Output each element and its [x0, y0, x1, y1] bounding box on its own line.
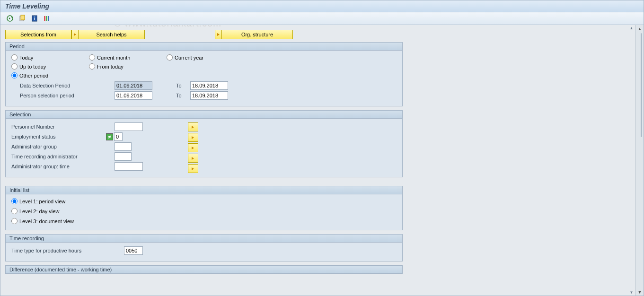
multi-select-personnel-number[interactable] — [188, 122, 198, 131]
radio-level3[interactable]: Level 3: document view — [11, 218, 398, 224]
radio-current-month-input[interactable] — [89, 54, 95, 61]
difference-group: Difference (documented time - working ti… — [5, 265, 403, 274]
scroll-down-icon[interactable]: ▼ — [630, 290, 634, 295]
multi-select-time-rec-admin[interactable] — [188, 154, 198, 163]
content: Selections from Search helps Org. struct… — [0, 25, 627, 296]
scrollbar-down-icon[interactable]: ▼ — [636, 288, 644, 296]
admin-group-time-label: Administrator group: time — [11, 164, 115, 169]
admin-group-label: Administrator group — [11, 144, 115, 149]
page-title: Time Leveling — [5, 2, 49, 10]
time-rec-admin-label: Time recording administrator — [11, 154, 115, 159]
arrow-right-icon — [191, 125, 195, 130]
main-area: © www.tutorialkart.com Selections from S… — [0, 25, 644, 296]
radio-level2[interactable]: Level 2: day view — [11, 208, 398, 214]
radio-up-to-today-input[interactable] — [11, 63, 18, 70]
scrollbar-thumb[interactable] — [641, 33, 642, 137]
person-selection-label: Person selection period — [20, 93, 115, 98]
scroll-up-icon[interactable]: ▲ — [630, 26, 634, 30]
admin-group-time-input[interactable] — [115, 162, 143, 171]
info-icon[interactable]: i — [30, 14, 39, 23]
time-type-input[interactable] — [124, 246, 143, 255]
arrow-right-icon — [191, 156, 195, 161]
time-recording-group: Time recording Time type for productive … — [5, 234, 403, 261]
app-window: Time Leveling i © www.tutorialkart.com S… — [0, 0, 644, 296]
bars-icon[interactable] — [42, 14, 52, 23]
radio-current-year[interactable]: Current year — [167, 54, 203, 61]
selections-from-label: Selections from — [8, 32, 69, 37]
svg-rect-8 — [48, 16, 49, 21]
radio-level3-label: Level 3: document view — [19, 218, 74, 224]
data-selection-from-input[interactable] — [115, 81, 152, 90]
svg-rect-6 — [44, 16, 45, 21]
arrow-right-icon — [191, 146, 195, 150]
svg-text:i: i — [34, 16, 35, 21]
multi-select-admin-group-time[interactable] — [188, 164, 198, 173]
radio-from-today[interactable]: From today — [89, 63, 124, 70]
svg-point-1 — [11, 17, 12, 17]
not-equal-icon[interactable]: ≠ — [106, 133, 113, 140]
radio-current-year-input[interactable] — [167, 54, 173, 61]
radio-today-label: Today — [19, 55, 33, 61]
svg-rect-7 — [46, 16, 47, 21]
radio-level2-label: Level 2: day view — [19, 209, 59, 214]
scrollbar[interactable]: ▲ ▼ — [635, 25, 644, 296]
search-helps-button[interactable]: Search helps — [79, 30, 145, 39]
period-group: Period Today Current month C — [5, 42, 403, 106]
radio-current-month[interactable]: Current month — [89, 54, 150, 61]
selection-title: Selection — [6, 111, 402, 119]
period-title: Period — [6, 43, 402, 51]
employment-status-input[interactable] — [114, 132, 123, 141]
variant-icon[interactable] — [18, 14, 27, 23]
toolbar: i — [0, 12, 644, 25]
org-structure-label: Org. structure — [224, 32, 291, 37]
org-structure-arrow[interactable] — [215, 30, 222, 39]
radio-level1-label: Level 1: period view — [19, 199, 65, 204]
org-structure-button[interactable]: Org. structure — [222, 30, 293, 39]
selection-arrows-column — [188, 122, 198, 174]
arrow-right-icon — [216, 32, 221, 37]
to-label-2: To — [176, 93, 190, 98]
action-row: Selections from Search helps Org. struct… — [5, 30, 627, 39]
initial-list-group: Initial list Level 1: period view Level … — [5, 186, 403, 230]
radio-level2-input[interactable] — [11, 208, 18, 214]
radio-up-to-today[interactable]: Up to today — [11, 63, 73, 70]
person-selection-to-input[interactable] — [190, 91, 228, 100]
person-selection-from-input[interactable] — [115, 91, 152, 100]
radio-from-today-label: From today — [97, 64, 124, 70]
time-recording-title: Time recording — [6, 235, 402, 243]
radio-level1[interactable]: Level 1: period view — [11, 198, 398, 204]
radio-level1-input[interactable] — [11, 198, 18, 204]
radio-other-period-input[interactable] — [11, 72, 18, 78]
time-rec-admin-input[interactable] — [115, 152, 132, 161]
radio-current-month-label: Current month — [97, 55, 130, 61]
selection-group: Selection Personnel Number Employment st… — [5, 110, 403, 177]
radio-today-input[interactable] — [11, 54, 18, 61]
radio-from-today-input[interactable] — [89, 63, 95, 70]
inner-scroll-indicators: ▲ ▼ — [627, 25, 635, 296]
search-helps-label: Search helps — [80, 32, 142, 37]
radio-level3-input[interactable] — [11, 218, 18, 224]
execute-icon[interactable] — [5, 14, 15, 23]
data-selection-label: Data Selection Period — [20, 83, 115, 88]
selections-from-button[interactable]: Selections from — [5, 30, 71, 39]
to-label-1: To — [176, 83, 190, 88]
admin-group-input[interactable] — [115, 142, 132, 151]
personnel-number-input[interactable] — [115, 122, 143, 131]
selections-from-arrow[interactable] — [71, 30, 79, 39]
personnel-number-label: Personnel Number — [11, 124, 115, 130]
time-type-label: Time type for productive hours — [11, 248, 124, 253]
radio-other-period[interactable]: Other period — [11, 72, 398, 78]
title-bar: Time Leveling — [0, 0, 644, 12]
radio-current-year-label: Current year — [175, 55, 203, 61]
difference-title: Difference (documented time - working ti… — [6, 266, 402, 274]
arrow-right-icon — [191, 166, 195, 171]
scrollbar-up-icon[interactable]: ▲ — [636, 25, 644, 32]
multi-select-employment-status[interactable] — [188, 133, 198, 142]
arrow-right-icon — [191, 135, 195, 140]
data-selection-to-input[interactable] — [190, 81, 228, 90]
radio-other-period-label: Other period — [19, 73, 48, 78]
radio-today[interactable]: Today — [11, 54, 73, 61]
multi-select-admin-group[interactable] — [188, 143, 198, 152]
svg-rect-3 — [21, 15, 25, 20]
initial-list-title: Initial list — [6, 186, 402, 194]
